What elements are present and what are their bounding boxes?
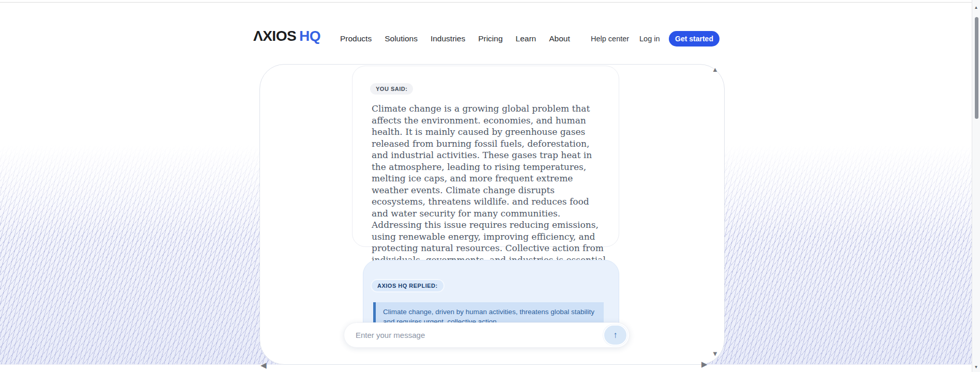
scrollbar-down-icon[interactable]: ▼ — [972, 363, 980, 371]
logo-wordmark: ΛXIOS — [253, 28, 296, 44]
page-top-divider — [0, 2, 980, 3]
scrollbar-thumb[interactable] — [975, 17, 978, 119]
browser-scrollbar[interactable]: ▲ ▼ — [972, 0, 980, 372]
scroll-down-icon[interactable]: ▼ — [712, 350, 718, 357]
carousel-right-icon[interactable]: ▶ — [701, 360, 708, 368]
help-center-link[interactable]: Help center — [591, 35, 629, 43]
message-input[interactable] — [344, 331, 603, 339]
log-in-link[interactable]: Log in — [639, 35, 660, 43]
main-navigation: Products Solutions Industries Pricing Le… — [340, 34, 570, 43]
nav-item-learn[interactable]: Learn — [516, 34, 537, 43]
reply-badge: AXIOS HQ REPLIED: — [372, 280, 443, 291]
up-arrow-icon: ↑ — [613, 330, 618, 340]
scroll-up-icon[interactable]: ▲ — [712, 66, 718, 73]
send-button[interactable]: ↑ — [603, 324, 627, 346]
nav-item-about[interactable]: About — [549, 34, 570, 43]
logo-suffix: HQ — [299, 28, 320, 44]
message-composer: ↑ — [344, 322, 630, 348]
scrollbar-up-icon[interactable]: ▲ — [972, 3, 980, 11]
nav-item-solutions[interactable]: Solutions — [385, 34, 418, 43]
nav-item-products[interactable]: Products — [340, 34, 372, 43]
nav-item-industries[interactable]: Industries — [431, 34, 465, 43]
user-message-badge: YOU SAID: — [370, 83, 413, 95]
user-message-card: YOU SAID: Climate change is a growing gl… — [352, 66, 619, 247]
nav-item-pricing[interactable]: Pricing — [478, 34, 502, 43]
axios-hq-logo[interactable]: ΛXIOSHQ — [253, 28, 320, 44]
carousel-left-icon[interactable]: ◀ — [261, 361, 267, 369]
page: ΛXIOSHQ Products Solutions Industries Pr… — [0, 0, 980, 372]
get-started-button[interactable]: Get started — [669, 31, 719, 47]
